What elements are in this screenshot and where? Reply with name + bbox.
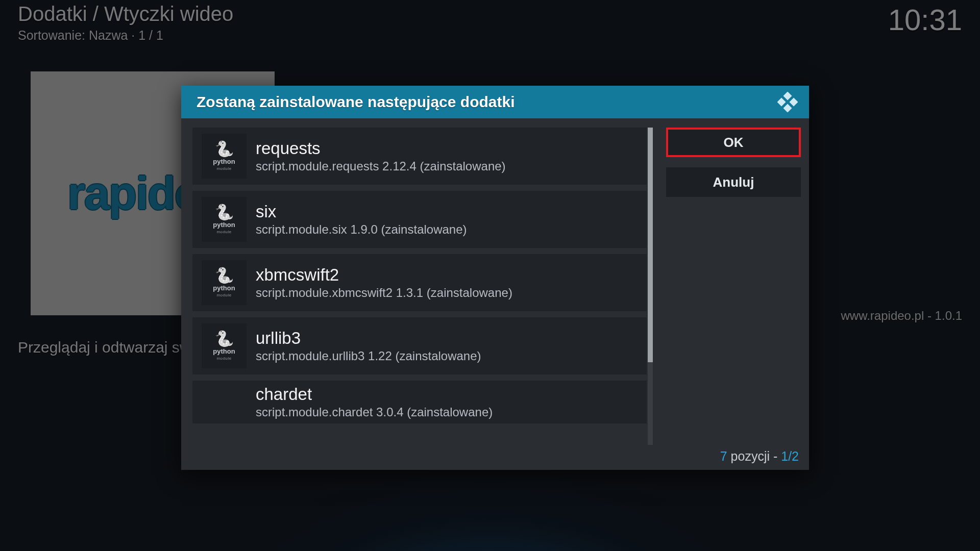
scrollbar-thumb[interactable]	[648, 128, 653, 362]
footer-page: 1/2	[781, 449, 799, 463]
scrollbar[interactable]	[648, 128, 653, 445]
dialog-header: Zostaną zainstalowane następujące dodatk…	[181, 86, 809, 118]
python-module-icon: 🐍 python module	[202, 260, 247, 305]
addon-meta: www.rapideo.pl - 1.0.1	[841, 309, 962, 323]
dialog-body: 🐍 python module requests script.module.r…	[181, 118, 809, 470]
ok-button[interactable]: OK	[666, 128, 801, 157]
item-sub: script.module.six 1.9.0 (zainstalowane)	[256, 222, 467, 237]
dependency-list[interactable]: 🐍 python module requests script.module.r…	[192, 128, 647, 445]
item-name: six	[256, 202, 467, 221]
breadcrumb: Dodatki / Wtyczki wideo	[18, 3, 233, 26]
item-name: urllib3	[256, 329, 481, 348]
footer-count-number: 7	[720, 449, 727, 463]
list-item[interactable]: chardet script.module.chardet 3.0.4 (zai…	[192, 381, 647, 423]
dialog-button-column: OK Anuluj	[666, 128, 801, 197]
list-item[interactable]: 🐍 python module urllib3 script.module.ur…	[192, 317, 647, 374]
item-name: xbmcswift2	[256, 265, 512, 285]
cancel-button[interactable]: Anuluj	[666, 167, 801, 197]
dependency-list-wrap: 🐍 python module requests script.module.r…	[192, 128, 653, 445]
clock: 10:31	[888, 3, 962, 37]
list-item[interactable]: 🐍 python module requests script.module.r…	[192, 128, 647, 185]
item-sub: script.module.requests 2.12.4 (zainstalo…	[256, 159, 506, 173]
svg-rect-1	[783, 104, 792, 112]
python-module-icon: 🐍 python module	[202, 197, 247, 242]
python-module-icon: 🐍 python module	[202, 134, 247, 179]
sort-line: Sortowanie: Nazwa · 1 / 1	[18, 28, 163, 43]
svg-rect-0	[783, 92, 792, 100]
python-module-icon: 🐍 python module	[202, 323, 247, 368]
list-item[interactable]: 🐍 python module six script.module.six 1.…	[192, 191, 647, 248]
item-sub: script.module.xbmcswift2 1.3.1 (zainstal…	[256, 286, 512, 300]
item-name: chardet	[256, 385, 493, 404]
footer-count: 7 pozycji - 1/2	[720, 449, 799, 464]
install-dependencies-dialog: Zostaną zainstalowane następujące dodatk…	[181, 86, 809, 470]
list-item[interactable]: 🐍 python module xbmcswift2 script.module…	[192, 254, 647, 311]
item-sub: script.module.urllib3 1.22 (zainstalowan…	[256, 349, 481, 363]
svg-rect-3	[790, 98, 798, 107]
dialog-title: Zostaną zainstalowane następujące dodatk…	[197, 93, 515, 111]
item-name: requests	[256, 139, 506, 158]
item-sub: script.module.chardet 3.0.4 (zainstalowa…	[256, 405, 493, 419]
kodi-logo-icon	[777, 92, 798, 112]
svg-rect-2	[777, 98, 786, 107]
